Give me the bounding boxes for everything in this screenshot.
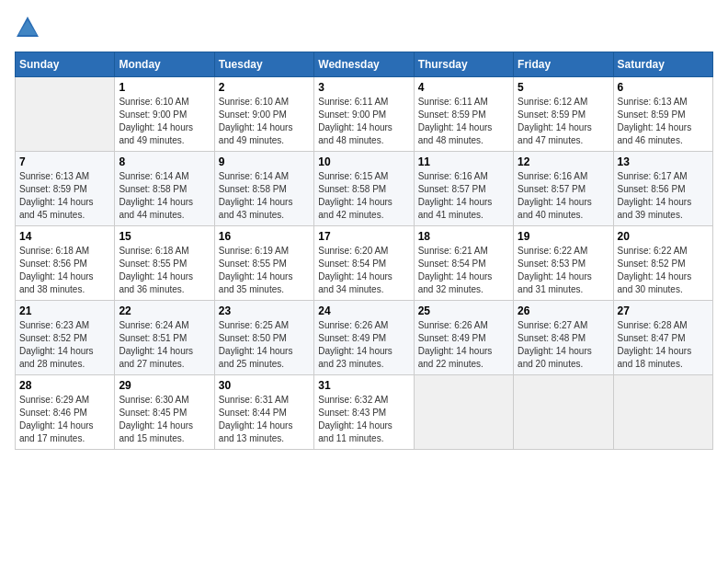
calendar-cell [613,375,712,450]
day-number: 30 [219,379,310,392]
calendar-table: SundayMondayTuesdayWednesdayThursdayFrid… [15,52,713,450]
calendar-cell: 31Sunrise: 6:32 AM Sunset: 8:43 PM Dayli… [314,375,414,450]
day-info: Sunrise: 6:29 AM Sunset: 8:46 PM Dayligh… [19,394,110,445]
calendar-cell: 2Sunrise: 6:10 AM Sunset: 9:00 PM Daylig… [214,77,313,152]
header-sunday: Sunday [16,52,115,77]
day-number: 3 [318,81,409,94]
day-number: 24 [318,304,409,317]
day-number: 29 [119,379,210,392]
calendar-cell: 29Sunrise: 6:30 AM Sunset: 8:45 PM Dayli… [115,375,214,450]
day-info: Sunrise: 6:16 AM Sunset: 8:57 PM Dayligh… [518,170,609,222]
calendar-cell: 20Sunrise: 6:22 AM Sunset: 8:52 PM Dayli… [613,226,712,301]
calendar-cell: 21Sunrise: 6:23 AM Sunset: 8:52 PM Dayli… [16,301,115,375]
calendar-week-row: 21Sunrise: 6:23 AM Sunset: 8:52 PM Dayli… [16,301,713,375]
day-info: Sunrise: 6:23 AM Sunset: 8:52 PM Dayligh… [19,319,110,371]
day-info: Sunrise: 6:24 AM Sunset: 8:51 PM Dayligh… [119,319,210,371]
calendar-cell: 5Sunrise: 6:12 AM Sunset: 8:59 PM Daylig… [514,77,613,152]
day-info: Sunrise: 6:28 AM Sunset: 8:47 PM Dayligh… [618,319,709,371]
header-tuesday: Tuesday [214,52,313,77]
day-number: 9 [219,155,310,168]
day-number: 28 [19,379,110,392]
day-number: 19 [518,230,609,243]
calendar-cell: 6Sunrise: 6:13 AM Sunset: 8:59 PM Daylig… [613,77,712,152]
day-info: Sunrise: 6:30 AM Sunset: 8:45 PM Dayligh… [119,394,210,445]
day-info: Sunrise: 6:26 AM Sunset: 8:49 PM Dayligh… [418,319,509,371]
svg-marker-1 [18,20,37,35]
calendar-cell: 9Sunrise: 6:14 AM Sunset: 8:58 PM Daylig… [214,152,313,226]
day-info: Sunrise: 6:18 AM Sunset: 8:56 PM Dayligh… [19,245,110,296]
day-info: Sunrise: 6:14 AM Sunset: 8:58 PM Dayligh… [119,170,210,222]
day-info: Sunrise: 6:14 AM Sunset: 8:58 PM Dayligh… [219,170,310,222]
calendar-week-row: 1Sunrise: 6:10 AM Sunset: 9:00 PM Daylig… [16,77,713,152]
day-number: 27 [618,304,709,317]
day-info: Sunrise: 6:10 AM Sunset: 9:00 PM Dayligh… [119,96,210,147]
day-info: Sunrise: 6:15 AM Sunset: 8:58 PM Dayligh… [318,170,409,222]
calendar-cell: 28Sunrise: 6:29 AM Sunset: 8:46 PM Dayli… [16,375,115,450]
calendar-cell: 16Sunrise: 6:19 AM Sunset: 8:55 PM Dayli… [214,226,313,301]
day-info: Sunrise: 6:22 AM Sunset: 8:52 PM Dayligh… [618,245,709,296]
day-info: Sunrise: 6:19 AM Sunset: 8:55 PM Dayligh… [219,245,310,296]
calendar-cell: 23Sunrise: 6:25 AM Sunset: 8:50 PM Dayli… [214,301,313,375]
calendar-cell: 18Sunrise: 6:21 AM Sunset: 8:54 PM Dayli… [414,226,513,301]
day-info: Sunrise: 6:11 AM Sunset: 8:59 PM Dayligh… [418,96,509,147]
calendar-cell: 19Sunrise: 6:22 AM Sunset: 8:53 PM Dayli… [514,226,613,301]
day-number: 7 [19,155,110,168]
calendar-cell: 10Sunrise: 6:15 AM Sunset: 8:58 PM Dayli… [314,152,414,226]
day-number: 25 [418,304,509,317]
calendar-week-row: 28Sunrise: 6:29 AM Sunset: 8:46 PM Dayli… [16,375,713,450]
calendar-cell: 8Sunrise: 6:14 AM Sunset: 8:58 PM Daylig… [115,152,214,226]
calendar-cell: 25Sunrise: 6:26 AM Sunset: 8:49 PM Dayli… [414,301,513,375]
day-info: Sunrise: 6:13 AM Sunset: 8:59 PM Dayligh… [618,96,709,147]
day-number: 31 [318,379,409,392]
day-number: 2 [219,81,310,94]
calendar-cell: 17Sunrise: 6:20 AM Sunset: 8:54 PM Dayli… [314,226,414,301]
day-number: 8 [119,155,210,168]
day-info: Sunrise: 6:12 AM Sunset: 8:59 PM Dayligh… [518,96,609,147]
day-number: 18 [418,230,509,243]
logo-icon [15,15,40,40]
calendar-cell [514,375,613,450]
day-number: 12 [518,155,609,168]
day-number: 23 [219,304,310,317]
calendar-cell: 15Sunrise: 6:18 AM Sunset: 8:55 PM Dayli… [115,226,214,301]
calendar-cell: 14Sunrise: 6:18 AM Sunset: 8:56 PM Dayli… [16,226,115,301]
day-number: 26 [518,304,609,317]
day-number: 16 [219,230,310,243]
calendar-week-row: 7Sunrise: 6:13 AM Sunset: 8:59 PM Daylig… [16,152,713,226]
day-number: 4 [418,81,509,94]
day-info: Sunrise: 6:13 AM Sunset: 8:59 PM Dayligh… [19,170,110,222]
calendar-cell: 12Sunrise: 6:16 AM Sunset: 8:57 PM Dayli… [514,152,613,226]
calendar-cell [414,375,513,450]
logo [15,15,44,40]
header-thursday: Thursday [414,52,513,77]
day-info: Sunrise: 6:10 AM Sunset: 9:00 PM Dayligh… [219,96,310,147]
header-wednesday: Wednesday [314,52,414,77]
day-number: 10 [318,155,409,168]
calendar-cell: 3Sunrise: 6:11 AM Sunset: 9:00 PM Daylig… [314,77,414,152]
header-friday: Friday [514,52,613,77]
day-info: Sunrise: 6:22 AM Sunset: 8:53 PM Dayligh… [518,245,609,296]
day-info: Sunrise: 6:17 AM Sunset: 8:56 PM Dayligh… [618,170,709,222]
calendar-week-row: 14Sunrise: 6:18 AM Sunset: 8:56 PM Dayli… [16,226,713,301]
day-number: 11 [418,155,509,168]
day-number: 6 [618,81,709,94]
header-monday: Monday [115,52,214,77]
header [15,15,713,40]
calendar-header-row: SundayMondayTuesdayWednesdayThursdayFrid… [16,52,713,77]
calendar-cell: 26Sunrise: 6:27 AM Sunset: 8:48 PM Dayli… [514,301,613,375]
calendar-cell: 7Sunrise: 6:13 AM Sunset: 8:59 PM Daylig… [16,152,115,226]
day-info: Sunrise: 6:32 AM Sunset: 8:43 PM Dayligh… [318,394,409,445]
calendar-cell: 30Sunrise: 6:31 AM Sunset: 8:44 PM Dayli… [214,375,313,450]
day-info: Sunrise: 6:16 AM Sunset: 8:57 PM Dayligh… [418,170,509,222]
calendar-cell: 1Sunrise: 6:10 AM Sunset: 9:00 PM Daylig… [115,77,214,152]
day-info: Sunrise: 6:27 AM Sunset: 8:48 PM Dayligh… [518,319,609,371]
calendar-cell [16,77,115,152]
calendar-cell: 11Sunrise: 6:16 AM Sunset: 8:57 PM Dayli… [414,152,513,226]
calendar-cell: 13Sunrise: 6:17 AM Sunset: 8:56 PM Dayli… [613,152,712,226]
day-number: 17 [318,230,409,243]
day-info: Sunrise: 6:18 AM Sunset: 8:55 PM Dayligh… [119,245,210,296]
day-info: Sunrise: 6:26 AM Sunset: 8:49 PM Dayligh… [318,319,409,371]
day-number: 20 [618,230,709,243]
day-number: 1 [119,81,210,94]
calendar-cell: 22Sunrise: 6:24 AM Sunset: 8:51 PM Dayli… [115,301,214,375]
